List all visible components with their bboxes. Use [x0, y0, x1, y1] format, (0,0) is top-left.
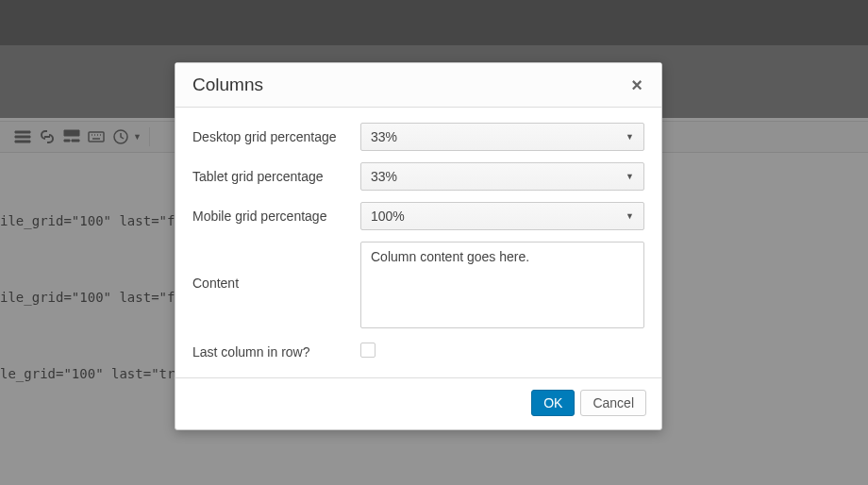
dialog-body: Desktop grid percentage 33% Tablet grid … — [175, 108, 661, 378]
desktop-grid-value: 33% — [371, 129, 397, 144]
content-textarea[interactable] — [360, 242, 644, 328]
desktop-grid-select[interactable]: 33% — [360, 123, 644, 151]
tablet-grid-select[interactable]: 33% — [360, 162, 644, 191]
tablet-grid-label: Tablet grid percentage — [192, 169, 360, 184]
close-icon[interactable]: × — [627, 75, 646, 94]
last-column-checkbox[interactable] — [360, 343, 376, 358]
dialog-header: Columns × — [175, 63, 661, 108]
content-label: Content — [192, 242, 360, 291]
mobile-grid-select[interactable]: 100% — [360, 202, 644, 230]
ok-button[interactable]: OK — [531, 390, 575, 416]
desktop-grid-label: Desktop grid percentage — [192, 129, 360, 144]
last-column-label: Last column in row? — [192, 344, 360, 360]
dialog-title: Columns — [192, 75, 263, 95]
mobile-grid-value: 100% — [371, 209, 405, 224]
columns-dialog: Columns × Desktop grid percentage 33% Ta… — [175, 62, 662, 430]
tablet-grid-value: 33% — [371, 169, 397, 184]
dialog-footer: OK Cancel — [175, 378, 661, 429]
cancel-button[interactable]: Cancel — [580, 390, 646, 416]
mobile-grid-label: Mobile grid percentage — [192, 209, 360, 224]
